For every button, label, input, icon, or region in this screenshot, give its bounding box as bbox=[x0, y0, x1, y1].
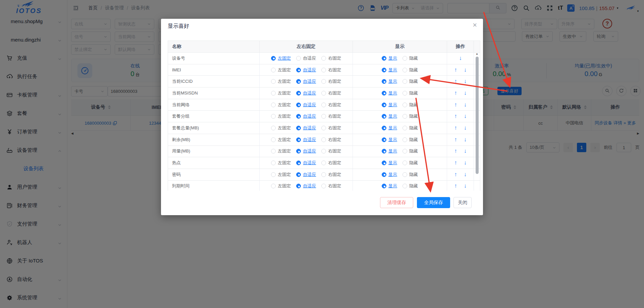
radio-icon[interactable] bbox=[271, 56, 276, 61]
radio-icon[interactable] bbox=[382, 103, 386, 107]
move-up-icon[interactable]: ↑ bbox=[454, 136, 457, 143]
move-down-icon[interactable]: ↓ bbox=[464, 148, 467, 155]
visibility-radio-selected[interactable]: 显示 bbox=[382, 137, 397, 143]
pin-radio-selected[interactable]: 自适应 bbox=[296, 102, 316, 108]
pin-radio-option[interactable]: 左固定 bbox=[271, 148, 291, 154]
radio-icon[interactable] bbox=[402, 161, 407, 165]
visibility-radio-option[interactable]: 隐藏 bbox=[402, 67, 418, 73]
pin-radio-selected[interactable]: 自适应 bbox=[296, 67, 316, 73]
close-icon[interactable]: × bbox=[473, 21, 477, 29]
move-down-icon[interactable]: ↓ bbox=[464, 125, 467, 131]
pin-radio-option[interactable]: 自适应 bbox=[296, 55, 316, 61]
radio-icon[interactable] bbox=[382, 114, 386, 119]
move-down-icon[interactable]: ↓ bbox=[464, 90, 467, 97]
pin-radio-selected[interactable]: 自适应 bbox=[296, 78, 316, 84]
radio-icon[interactable] bbox=[382, 79, 386, 84]
pin-radio-option[interactable]: 左固定 bbox=[271, 90, 291, 96]
radio-icon[interactable] bbox=[296, 91, 301, 96]
radio-icon[interactable] bbox=[271, 114, 276, 119]
radio-icon[interactable] bbox=[271, 126, 276, 130]
move-up-icon[interactable]: ↑ bbox=[454, 183, 457, 189]
radio-icon[interactable] bbox=[382, 149, 386, 153]
radio-icon[interactable] bbox=[321, 103, 326, 107]
radio-icon[interactable] bbox=[382, 137, 386, 142]
pin-radio-selected[interactable]: 左固定 bbox=[271, 55, 291, 61]
radio-icon[interactable] bbox=[382, 56, 386, 61]
pin-radio-selected[interactable]: 自适应 bbox=[296, 125, 316, 131]
radio-icon[interactable] bbox=[296, 114, 301, 119]
radio-icon[interactable] bbox=[321, 161, 326, 165]
radio-icon[interactable] bbox=[271, 79, 276, 84]
visibility-radio-selected[interactable]: 显示 bbox=[382, 160, 397, 166]
pin-radio-selected[interactable]: 自适应 bbox=[296, 113, 316, 119]
visibility-radio-option[interactable]: 隐藏 bbox=[402, 125, 418, 131]
pin-radio-option[interactable]: 左固定 bbox=[271, 67, 291, 73]
radio-icon[interactable] bbox=[271, 103, 276, 107]
radio-icon[interactable] bbox=[296, 137, 301, 142]
radio-icon[interactable] bbox=[296, 149, 301, 153]
radio-icon[interactable] bbox=[402, 103, 407, 107]
radio-icon[interactable] bbox=[271, 68, 276, 72]
move-up-icon[interactable]: ↑ bbox=[454, 113, 457, 120]
radio-icon[interactable] bbox=[382, 184, 386, 188]
pin-radio-option[interactable]: 左固定 bbox=[271, 183, 291, 189]
visibility-radio-option[interactable]: 隐藏 bbox=[402, 183, 418, 189]
visibility-radio-selected[interactable]: 显示 bbox=[382, 172, 397, 178]
radio-icon[interactable] bbox=[296, 103, 301, 107]
radio-icon[interactable] bbox=[271, 137, 276, 142]
radio-icon[interactable] bbox=[271, 161, 276, 165]
visibility-radio-selected[interactable]: 显示 bbox=[382, 55, 397, 61]
radio-icon[interactable] bbox=[382, 68, 386, 72]
radio-icon[interactable] bbox=[321, 149, 326, 153]
radio-icon[interactable] bbox=[382, 172, 386, 177]
pin-radio-option[interactable]: 右固定 bbox=[321, 67, 341, 73]
move-down-icon[interactable]: ↓ bbox=[464, 136, 467, 143]
radio-icon[interactable] bbox=[402, 172, 407, 177]
visibility-radio-option[interactable]: 隐藏 bbox=[402, 113, 418, 119]
visibility-radio-option[interactable]: 隐藏 bbox=[402, 55, 418, 61]
radio-icon[interactable] bbox=[402, 56, 407, 61]
radio-icon[interactable] bbox=[321, 114, 326, 119]
pin-radio-option[interactable]: 右固定 bbox=[321, 137, 341, 143]
pin-radio-option[interactable]: 左固定 bbox=[271, 172, 291, 178]
pin-radio-selected[interactable]: 自适应 bbox=[296, 183, 316, 189]
pin-radio-option[interactable]: 右固定 bbox=[321, 113, 341, 119]
scroll-up-icon[interactable]: ▲ bbox=[476, 52, 478, 56]
radio-icon[interactable] bbox=[296, 161, 301, 165]
radio-icon[interactable] bbox=[296, 79, 301, 84]
pin-radio-option[interactable]: 左固定 bbox=[271, 160, 291, 166]
move-up-icon[interactable]: ↑ bbox=[454, 171, 457, 178]
visibility-radio-option[interactable]: 隐藏 bbox=[402, 90, 418, 96]
radio-icon[interactable] bbox=[271, 184, 276, 188]
radio-icon[interactable] bbox=[382, 161, 386, 165]
radio-icon[interactable] bbox=[321, 68, 326, 72]
move-down-icon[interactable]: ↓ bbox=[459, 55, 462, 62]
move-down-icon[interactable]: ↓ bbox=[464, 183, 467, 189]
pin-radio-selected[interactable]: 自适应 bbox=[296, 172, 316, 178]
visibility-radio-selected[interactable]: 显示 bbox=[382, 90, 397, 96]
radio-icon[interactable] bbox=[382, 126, 386, 130]
move-down-icon[interactable]: ↓ bbox=[464, 102, 467, 108]
radio-icon[interactable] bbox=[402, 79, 407, 84]
radio-icon[interactable] bbox=[402, 68, 407, 72]
save-all-button[interactable]: 全局保存 bbox=[417, 197, 450, 208]
radio-icon[interactable] bbox=[402, 137, 407, 142]
visibility-radio-selected[interactable]: 显示 bbox=[382, 67, 397, 73]
radio-icon[interactable] bbox=[296, 126, 301, 130]
move-down-icon[interactable]: ↓ bbox=[464, 160, 467, 166]
move-up-icon[interactable]: ↑ bbox=[454, 78, 457, 85]
visibility-radio-option[interactable]: 隐藏 bbox=[402, 172, 418, 178]
pin-radio-selected[interactable]: 自适应 bbox=[296, 148, 316, 154]
move-up-icon[interactable]: ↑ bbox=[454, 67, 457, 73]
visibility-radio-selected[interactable]: 显示 bbox=[382, 183, 397, 189]
radio-icon[interactable] bbox=[296, 56, 301, 61]
pin-radio-option[interactable]: 右固定 bbox=[321, 90, 341, 96]
radio-icon[interactable] bbox=[296, 184, 301, 188]
visibility-radio-option[interactable]: 隐藏 bbox=[402, 78, 418, 84]
move-down-icon[interactable]: ↓ bbox=[464, 67, 467, 73]
radio-icon[interactable] bbox=[402, 149, 407, 153]
pin-radio-option[interactable]: 左固定 bbox=[271, 137, 291, 143]
move-up-icon[interactable]: ↑ bbox=[454, 125, 457, 131]
move-up-icon[interactable]: ↑ bbox=[454, 102, 457, 108]
pin-radio-option[interactable]: 右固定 bbox=[321, 78, 341, 84]
